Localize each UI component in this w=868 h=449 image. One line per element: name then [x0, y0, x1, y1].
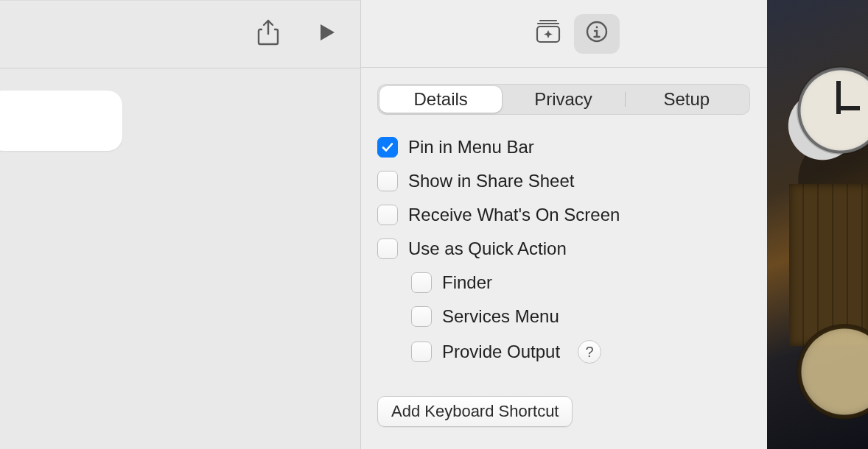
option-services-menu: Services Menu	[377, 306, 751, 327]
label-receive-whats-on-screen: Receive What's On Screen	[408, 205, 620, 225]
inspector-body: Details Privacy Setup Pin in Menu Bar	[361, 68, 767, 449]
label-services-menu: Services Menu	[442, 306, 559, 327]
details-options: Pin in Menu Bar Show in Share Sheet Rece…	[377, 137, 751, 364]
app-window: Details Privacy Setup Pin in Menu Bar	[0, 0, 868, 449]
info-button[interactable]	[574, 14, 620, 54]
sidebar	[0, 0, 360, 449]
checkbox-services-menu[interactable]	[411, 306, 432, 327]
share-icon	[256, 18, 281, 51]
checkbox-show-in-share-sheet[interactable]	[377, 171, 398, 191]
option-provide-output: Provide Output ?	[377, 340, 751, 364]
info-icon	[584, 19, 609, 49]
label-show-in-share-sheet: Show in Share Sheet	[408, 171, 574, 191]
sidebar-item-card[interactable]	[0, 91, 122, 151]
library-sparkle-icon	[535, 19, 561, 49]
tab-privacy-label: Privacy	[534, 89, 592, 110]
tab-setup[interactable]: Setup	[626, 86, 748, 113]
option-finder: Finder	[377, 272, 751, 293]
label-pin-in-menu-bar: Pin in Menu Bar	[408, 137, 534, 158]
option-use-as-quick-action: Use as Quick Action	[377, 238, 751, 259]
share-button[interactable]	[245, 15, 291, 54]
help-provide-output[interactable]: ?	[578, 340, 601, 364]
inspector-tabs: Details Privacy Setup	[377, 84, 750, 115]
wallpaper-building	[789, 184, 868, 346]
label-finder: Finder	[442, 272, 492, 293]
wallpaper-clock-1	[797, 66, 868, 155]
right-toolbar	[361, 0, 767, 68]
label-use-as-quick-action: Use as Quick Action	[408, 238, 567, 259]
tab-details-label: Details	[413, 89, 467, 110]
checkbox-finder[interactable]	[411, 272, 432, 293]
option-show-in-share-sheet: Show in Share Sheet	[377, 171, 751, 191]
play-icon	[317, 22, 337, 47]
checkbox-receive-whats-on-screen[interactable]	[377, 205, 398, 225]
run-button[interactable]	[304, 15, 350, 54]
checkbox-provide-output[interactable]	[411, 342, 432, 362]
tab-details[interactable]: Details	[379, 86, 502, 113]
option-pin-in-menu-bar: Pin in Menu Bar	[377, 137, 751, 158]
add-keyboard-shortcut-button[interactable]: Add Keyboard Shortcut	[377, 396, 573, 427]
left-toolbar	[0, 1, 360, 68]
checkbox-use-as-quick-action[interactable]	[377, 238, 398, 259]
tab-privacy[interactable]: Privacy	[502, 86, 624, 113]
add-keyboard-shortcut-label: Add Keyboard Shortcut	[391, 402, 559, 421]
sidebar-body	[0, 68, 360, 449]
inspector-panel: Details Privacy Setup Pin in Menu Bar	[360, 0, 767, 449]
checkbox-pin-in-menu-bar[interactable]	[377, 137, 398, 158]
help-glyph: ?	[586, 344, 594, 361]
label-provide-output: Provide Output	[442, 342, 560, 362]
desktop-wallpaper-strip	[767, 0, 868, 449]
option-receive-whats-on-screen: Receive What's On Screen	[377, 205, 751, 225]
tab-setup-label: Setup	[663, 89, 710, 110]
svg-point-2	[596, 26, 598, 28]
library-button[interactable]	[525, 14, 571, 54]
